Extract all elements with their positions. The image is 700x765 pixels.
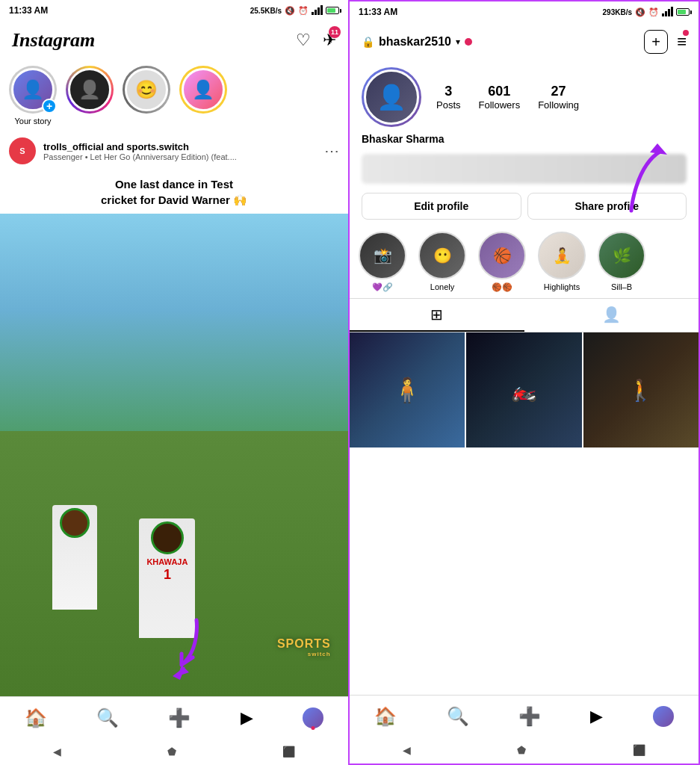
profile-avatar-nav bbox=[303, 707, 323, 728]
android-nav-left: ◀ ⬟ ⬛ bbox=[0, 738, 348, 765]
highlight-item-1[interactable]: 📸 💜🔗 bbox=[359, 232, 406, 292]
highlight-item-5[interactable]: 🌿 Sill–B bbox=[598, 232, 645, 292]
create-icon-right: ➕ bbox=[518, 706, 541, 727]
add-story-button[interactable]: + bbox=[42, 99, 57, 114]
create-icon: ➕ bbox=[168, 707, 191, 728]
profile-info-section: 👤 3 Posts 601 Followers 27 Following bbox=[350, 61, 699, 130]
grid-cell-3[interactable]: 🚶 bbox=[583, 332, 699, 447]
bar1r bbox=[662, 13, 664, 16]
nav-profile-right[interactable] bbox=[653, 706, 674, 727]
highlight-circle-1: 📸 bbox=[359, 232, 406, 279]
reels-icon-right: ▶ bbox=[590, 707, 603, 726]
highlight-item-3[interactable]: 🏀 🏀🏀 bbox=[478, 232, 526, 292]
android-back-right[interactable]: ◀ bbox=[403, 744, 411, 756]
story-avatar-2: 👤 bbox=[68, 68, 111, 111]
header-icons: ♡ ✈ 11 bbox=[296, 31, 336, 50]
post-card: S trolls_official and sports.switch Pass… bbox=[0, 131, 348, 696]
arrow-down-svg bbox=[159, 613, 219, 687]
android-home[interactable]: ⬟ bbox=[167, 746, 176, 758]
online-dot bbox=[465, 38, 472, 46]
username-row: 🔒 bhaskar2510 ▾ bbox=[362, 35, 472, 49]
profile-tabs: ⊞ 👤 bbox=[350, 298, 699, 332]
time-left: 11:33 AM bbox=[9, 5, 48, 16]
tab-grid[interactable]: ⊞ bbox=[350, 299, 524, 332]
hamburger-menu-button[interactable]: ≡ bbox=[677, 32, 687, 52]
dropdown-arrow-icon[interactable]: ▾ bbox=[456, 37, 460, 47]
grid-cell-2[interactable]: 🏍️ bbox=[466, 332, 581, 447]
username-text: bhaskar2510 bbox=[379, 35, 451, 49]
stat-following[interactable]: 27 Following bbox=[538, 84, 579, 111]
highlight-circle-3: 🏀 bbox=[478, 232, 526, 279]
android-nav-right: ◀ ⬟ ⬛ bbox=[350, 737, 699, 764]
your-story-item[interactable]: 👤 + Your story bbox=[9, 66, 57, 126]
nav-home[interactable]: 🏠 bbox=[25, 707, 47, 728]
android-home-right[interactable]: ⬟ bbox=[517, 744, 526, 756]
battery-icon bbox=[326, 7, 339, 14]
profile-pic-inner: 👤 bbox=[364, 69, 419, 125]
story-item-2[interactable]: 👤 bbox=[66, 66, 114, 117]
heart-button[interactable]: ♡ bbox=[296, 31, 311, 50]
profile-avatar-nav-right bbox=[653, 706, 674, 727]
grid-icon: ⊞ bbox=[430, 306, 443, 323]
lock-icon: 🔒 bbox=[362, 36, 374, 48]
bar4r bbox=[671, 7, 673, 16]
message-badge: 11 bbox=[329, 26, 341, 38]
nav-create-right[interactable]: ➕ bbox=[518, 706, 541, 727]
arrow-up-right-svg bbox=[616, 136, 676, 226]
stats-row: 3 Posts 601 Followers 27 Following bbox=[436, 84, 579, 111]
android-back[interactable]: ◀ bbox=[53, 746, 61, 758]
nav-create[interactable]: ➕ bbox=[168, 707, 191, 728]
purple-arrow-right bbox=[616, 136, 676, 229]
nav-reels-right[interactable]: ▶ bbox=[590, 707, 603, 726]
nav-search-right[interactable]: 🔍 bbox=[447, 706, 469, 727]
highlight-circle-2: 😶 bbox=[418, 232, 466, 279]
nav-home-right[interactable]: 🏠 bbox=[374, 706, 397, 727]
signal-bars bbox=[312, 6, 323, 15]
post-more-button[interactable]: ⋯ bbox=[324, 142, 339, 160]
search-icon-right: 🔍 bbox=[447, 706, 469, 727]
highlight-circle-4: 🧘 bbox=[538, 232, 586, 279]
nav-reels[interactable]: ▶ bbox=[241, 708, 253, 728]
nav-search[interactable]: 🔍 bbox=[96, 707, 119, 728]
stat-posts[interactable]: 3 Posts bbox=[436, 84, 461, 111]
story-item-4[interactable]: 👤 bbox=[179, 66, 227, 117]
data-speed-left: 25.5KB/s bbox=[250, 7, 282, 15]
highlight-label-2: Lonely bbox=[430, 282, 454, 291]
highlight-label-3: 🏀🏀 bbox=[492, 282, 512, 292]
purple-arrow-left bbox=[159, 613, 219, 690]
bottom-nav-left: 🏠 🔍 ➕ ▶ bbox=[0, 696, 348, 738]
time-right: 11:33 AM bbox=[359, 7, 397, 17]
story-ring-3: 😊 bbox=[123, 66, 170, 114]
add-content-button[interactable]: + bbox=[644, 30, 668, 54]
tab-tagged[interactable]: 👤 bbox=[524, 299, 699, 332]
alarm-icon: ⏰ bbox=[298, 6, 309, 16]
stories-row: 👤 + Your story 👤 😊 bbox=[0, 60, 348, 131]
tagged-icon: 👤 bbox=[602, 306, 621, 323]
edit-profile-button[interactable]: Edit profile bbox=[362, 193, 521, 220]
post-username: trolls_official and sports.switch bbox=[43, 141, 317, 152]
highlight-item-2[interactable]: 😶 Lonely bbox=[418, 232, 466, 292]
search-icon: 🔍 bbox=[96, 707, 119, 728]
battery-fill-right bbox=[678, 10, 686, 14]
grid-cell-1[interactable]: 🧍 bbox=[350, 332, 465, 447]
highlight-label-4: Highlights bbox=[544, 282, 580, 291]
stat-followers[interactable]: 601 Followers bbox=[479, 84, 521, 111]
bar3r bbox=[668, 9, 670, 16]
profile-picture[interactable]: 👤 bbox=[362, 67, 421, 127]
android-recent[interactable]: ⬛ bbox=[282, 746, 295, 758]
plus-icon: + bbox=[651, 34, 660, 51]
nav-profile-left[interactable] bbox=[303, 707, 323, 728]
menu-notification-dot bbox=[683, 30, 689, 36]
profile-pic-wrap: 👤 bbox=[362, 67, 421, 127]
posts-label: Posts bbox=[436, 99, 461, 111]
story-item-3[interactable]: 😊 bbox=[123, 66, 170, 117]
battery-icon-right bbox=[676, 8, 690, 16]
highlights-section: 📸 💜🔗 😶 Lonely 🏀 🏀🏀 🧘 Highlights bbox=[350, 226, 699, 298]
android-recent-right[interactable]: ⬛ bbox=[633, 744, 645, 756]
field-stands bbox=[0, 214, 348, 455]
messages-button[interactable]: ✈ 11 bbox=[323, 31, 336, 50]
bar2r bbox=[665, 11, 667, 16]
highlight-label-1: 💜🔗 bbox=[372, 282, 393, 292]
bar1 bbox=[312, 12, 314, 15]
highlight-item-4[interactable]: 🧘 Highlights bbox=[538, 232, 586, 292]
